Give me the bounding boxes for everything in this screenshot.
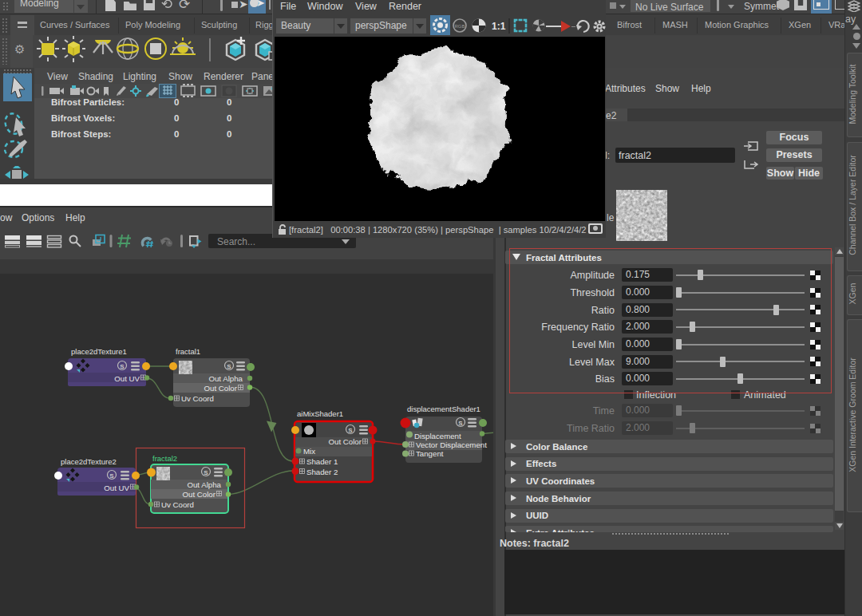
- svg-text:RGB: RGB: [454, 24, 465, 29]
- svg-text:Vector Displacement: Vector Displacement: [416, 440, 487, 449]
- svg-text:Shader 2: Shader 2: [306, 468, 338, 476]
- svg-text:Tangent: Tangent: [416, 449, 444, 458]
- svg-text:aiMixShader1: aiMixShader1: [297, 409, 343, 418]
- svg-text:S: S: [120, 363, 125, 370]
- svg-text:S: S: [458, 420, 463, 427]
- svg-text:place2dTexture2: place2dTexture2: [61, 457, 117, 466]
- svg-text:place2dTexture1: place2dTexture1: [71, 347, 127, 356]
- svg-text:S: S: [204, 469, 208, 476]
- svg-text:Mix: Mix: [303, 447, 315, 456]
- svg-text:fractal1: fractal1: [176, 347, 200, 356]
- svg-text:displacementShader1: displacementShader1: [407, 405, 480, 413]
- svg-text:Uv Coord: Uv Coord: [181, 394, 214, 403]
- svg-text:S: S: [227, 363, 231, 370]
- svg-text:Out Color: Out Color: [329, 437, 362, 446]
- svg-text:S: S: [109, 472, 114, 480]
- svg-text:Out Color: Out Color: [204, 384, 238, 393]
- svg-text:S: S: [348, 427, 353, 434]
- svg-text:Out UV: Out UV: [114, 374, 140, 383]
- svg-text:Out UV: Out UV: [104, 484, 129, 492]
- svg-text:Uv Coord: Uv Coord: [161, 500, 194, 509]
- svg-text:fractal2: fractal2: [152, 454, 177, 463]
- svg-text:Shader 1: Shader 1: [306, 457, 338, 466]
- svg-text:Out Color: Out Color: [183, 490, 216, 499]
- svg-text:Out Alpha: Out Alpha: [187, 480, 221, 489]
- svg-text:Displacement: Displacement: [414, 432, 461, 440]
- svg-text:1:1: 1:1: [492, 21, 506, 32]
- svg-text:Out Alpha: Out Alpha: [208, 374, 243, 383]
